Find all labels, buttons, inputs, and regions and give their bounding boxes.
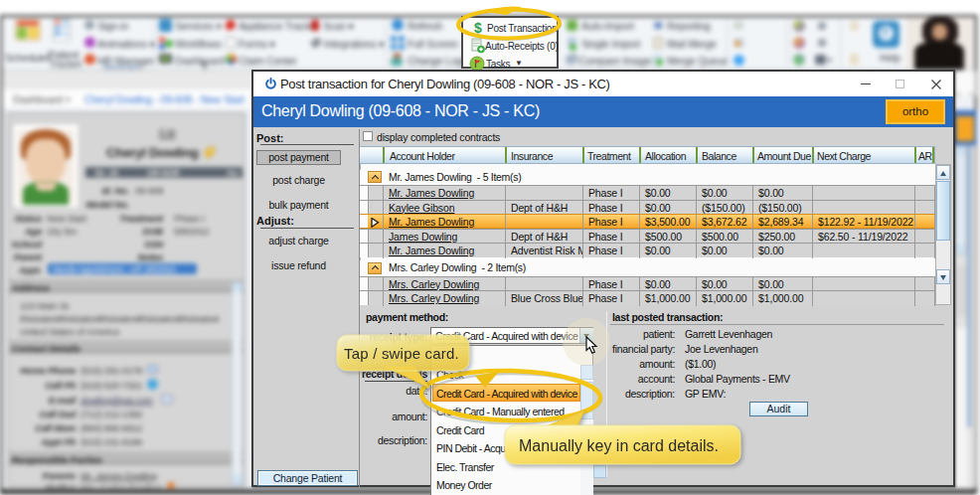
svg-text:Tap / swipe card.: Tap / swipe card. [344,345,459,362]
svg-text:Manually key in card details.: Manually key in card details. [519,437,719,454]
